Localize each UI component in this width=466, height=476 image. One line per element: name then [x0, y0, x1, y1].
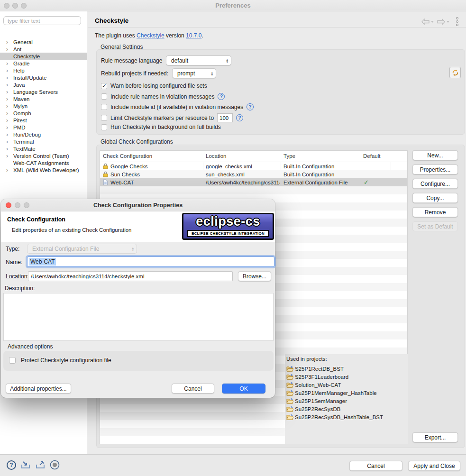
chevron-right-icon[interactable]	[6, 146, 12, 151]
chevron-right-icon[interactable]	[6, 139, 12, 144]
version-link[interactable]: 10.7.0	[186, 32, 201, 39]
sidebar-item-java[interactable]: Java	[0, 81, 87, 88]
background-checkbox[interactable]	[101, 124, 107, 130]
record-preferences-icon[interactable]	[50, 460, 60, 470]
table-row-google-checks[interactable]: Google Checks google_checks.xml Built-In…	[100, 162, 407, 170]
project-list-item[interactable]: Su25P1SemManager	[286, 397, 347, 405]
type-label: Type:	[6, 246, 19, 252]
chevron-right-icon[interactable]	[6, 68, 12, 73]
col-location[interactable]: Location	[206, 153, 226, 159]
preferences-window: Preferences General Ant Checkstyle Gradl…	[0, 0, 466, 476]
sidebar-item-checkstyle[interactable]: Checkstyle	[0, 53, 87, 60]
dialog-cancel-button[interactable]: Cancel	[172, 384, 214, 394]
additional-properties-button[interactable]: Additional properties...	[6, 384, 71, 394]
chevron-right-icon[interactable]	[6, 168, 12, 173]
checkstyle-link[interactable]: Checkstyle	[137, 32, 164, 39]
limit-value-input[interactable]	[217, 113, 233, 122]
dialog-title: Check Configuration Properties	[1, 202, 275, 209]
sidebar-item-oomph[interactable]: Oomph	[0, 110, 87, 117]
view-menu-icon[interactable]	[456, 17, 458, 26]
export-button[interactable]: Export...	[412, 432, 458, 442]
apply-and-close-button[interactable]: Apply and Close	[408, 461, 460, 471]
help-icon[interactable]	[7, 460, 16, 470]
sidebar-item-terminal[interactable]: Terminal	[0, 138, 87, 145]
sidebar-item-gradle[interactable]: Gradle	[0, 60, 87, 67]
project-list-item[interactable]: Su25P2RecSysDB	[286, 405, 341, 413]
col-default[interactable]: Default	[363, 153, 380, 159]
location-input[interactable]	[28, 271, 233, 281]
description-textarea[interactable]	[3, 293, 274, 341]
remove-button[interactable]: Remove	[412, 207, 458, 217]
sidebar-item-xml[interactable]: XML (Wild Web Developer)	[0, 166, 87, 174]
table-row-web-cat[interactable]: Web-CAT /Users/awh4kc/teaching/cs3114/ch…	[100, 178, 407, 186]
forward-button[interactable]	[437, 18, 449, 25]
chevron-right-icon[interactable]	[6, 61, 12, 66]
help-icon[interactable]	[247, 103, 254, 110]
chevron-right-icon[interactable]	[6, 118, 12, 123]
properties-button[interactable]: Properties...	[412, 165, 458, 174]
col-check-configuration[interactable]: Check Configuration	[103, 153, 152, 159]
chevron-right-icon[interactable]	[6, 82, 12, 87]
sidebar-item-install-update[interactable]: Install/Update	[0, 74, 87, 81]
project-list-item[interactable]: S25P1RectDB_BST	[286, 365, 344, 373]
back-dropdown-icon[interactable]	[431, 21, 434, 23]
check-configuration-properties-dialog: Check Configuration Properties Check Con…	[1, 199, 275, 398]
chevron-right-icon[interactable]	[6, 104, 12, 109]
browse-button[interactable]: Browse...	[238, 271, 271, 281]
rule-language-select[interactable]: default	[166, 55, 231, 65]
chevron-right-icon[interactable]	[6, 40, 12, 45]
sidebar-item-maven[interactable]: Maven	[0, 95, 87, 102]
col-type[interactable]: Type	[283, 153, 295, 159]
configure-button[interactable]: Configure...	[412, 179, 458, 189]
limit-markers-checkbox[interactable]	[101, 115, 107, 121]
dialog-ok-button[interactable]: OK	[222, 384, 265, 394]
sidebar-item-pmd[interactable]: PMD	[0, 124, 87, 131]
table-row-sun-checks[interactable]: Sun Checks sun_checks.xml Built-In Confi…	[100, 170, 407, 178]
sidebar-item-version-control[interactable]: Version Control (Team)	[0, 152, 87, 159]
module-id-checkbox[interactable]	[101, 104, 107, 110]
back-button[interactable]	[421, 18, 434, 25]
sidebar-item-general[interactable]: General	[0, 38, 87, 46]
chevron-right-icon[interactable]	[6, 47, 12, 52]
protect-checkbox[interactable]	[9, 357, 16, 364]
name-input[interactable]: Web-CAT	[27, 256, 274, 267]
open-project-folder-icon	[286, 366, 293, 372]
set-as-default-button[interactable]: Set as Default	[412, 221, 458, 231]
sidebar-item-textmate[interactable]: TextMate	[0, 145, 87, 152]
forward-dropdown-icon[interactable]	[447, 21, 449, 23]
sidebar-item-mylyn[interactable]: Mylyn	[0, 102, 87, 110]
sidebar-item-language-servers[interactable]: Language Servers	[0, 88, 87, 95]
project-list-item[interactable]: Su25P1MemManager_HashTable	[286, 389, 377, 397]
sidebar-item-help[interactable]: Help	[0, 67, 87, 74]
name-label: Name:	[6, 259, 22, 265]
project-list-item[interactable]: S25P3F1Leaderboard	[286, 373, 348, 381]
import-preferences-icon[interactable]	[20, 460, 31, 470]
export-preferences-icon[interactable]	[35, 460, 46, 470]
chevron-right-icon[interactable]	[6, 111, 12, 116]
project-list-item[interactable]: Su25P2RecSysDB_HashTable_BST	[286, 413, 383, 421]
preferences-cancel-button[interactable]: Cancel	[349, 461, 402, 471]
rebuild-select[interactable]: prompt	[172, 68, 216, 78]
chevron-right-icon[interactable]	[6, 75, 12, 80]
new-button[interactable]: New...	[412, 150, 458, 160]
chevron-right-icon[interactable]	[6, 154, 12, 158]
project-list-item[interactable]: Solution_Web-CAT	[286, 381, 341, 389]
help-icon[interactable]	[236, 114, 243, 121]
chevron-right-icon[interactable]	[6, 125, 12, 130]
help-icon[interactable]	[218, 93, 225, 100]
copy-button[interactable]: Copy...	[412, 193, 458, 203]
sidebar-item-pitest[interactable]: Pitest	[0, 117, 87, 124]
rule-names-checkbox[interactable]	[101, 93, 107, 100]
sidebar-item-ant[interactable]: Ant	[0, 46, 87, 53]
module-id-label: Include module id (if available) in viol…	[110, 104, 243, 110]
sidebar-item-run-debug[interactable]: Run/Debug	[0, 131, 87, 138]
chevron-right-icon[interactable]	[6, 97, 12, 101]
sidebar-item-webcat-assignments[interactable]: Web-CAT Assignments	[0, 159, 87, 166]
chevron-right-icon[interactable]	[6, 90, 12, 94]
sync-button[interactable]	[449, 67, 461, 78]
filter-input[interactable]	[3, 16, 81, 25]
warn-checkbox[interactable]	[101, 83, 107, 89]
window-titlebar: Preferences	[0, 0, 466, 11]
chevron-right-icon[interactable]	[6, 132, 12, 137]
limit-markers-checkbox-row: Limit Checkstyle markers per resource to	[101, 113, 243, 122]
